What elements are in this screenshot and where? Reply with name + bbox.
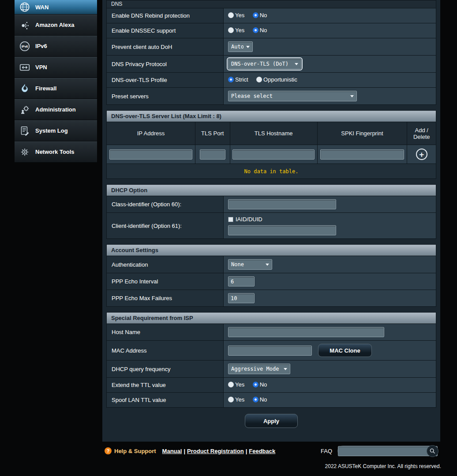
col-tls-port: TLS Port <box>195 122 230 145</box>
table-row: Enable DNSSEC support Yes No <box>107 23 436 38</box>
sidebar-item-system-log[interactable]: System Log <box>15 120 97 141</box>
mac-address-input[interactable] <box>228 346 312 356</box>
table-row: Prevent client auto DoH Auto <box>107 38 436 56</box>
ttl-no-radio[interactable] <box>253 382 258 387</box>
help-support-link[interactable]: ? Help & Support <box>105 447 156 454</box>
rebind-yes-option[interactable]: Yes <box>228 12 244 19</box>
table-row: Authentication None <box>107 256 436 273</box>
search-icon <box>429 448 436 454</box>
rebind-no-radio[interactable] <box>253 12 258 18</box>
sidebar-item-ipv6[interactable]: IPv6 IPv6 <box>15 36 97 57</box>
account-settings-title: Account Settings <box>107 245 436 256</box>
table-row: MAC Address MAC Clone <box>107 341 436 361</box>
mac-clone-button[interactable]: MAC Clone <box>318 344 372 357</box>
class-identifier-input[interactable] <box>228 199 336 209</box>
client-identifier-input[interactable] <box>228 225 336 235</box>
no-data-message: No data in table. <box>107 164 436 179</box>
main-content-panel: DNS Enable DNS Rebind protection Yes No … <box>102 0 440 442</box>
sidebar-item-label: Firewall <box>35 85 56 92</box>
sidebar: WAN Amazon Alexa IPv6 IPv6 <box>15 0 97 163</box>
network-tools-gear-icon <box>18 145 31 159</box>
help-support-label: Help & Support <box>114 448 156 454</box>
yes-label: Yes <box>235 396 244 403</box>
spoof-yes-radio[interactable] <box>228 397 234 402</box>
yes-label: Yes <box>235 12 244 19</box>
sidebar-item-network-tools[interactable]: Network Tools <box>15 141 97 163</box>
help-question-icon: ? <box>105 447 112 454</box>
manual-link[interactable]: Manual <box>162 448 182 454</box>
yes-label: Yes <box>235 381 244 388</box>
sidebar-item-label: WAN <box>35 4 49 11</box>
table-row: PPP Echo Interval <box>107 273 436 290</box>
host-name-label: Host Name <box>107 324 224 341</box>
ipv6-icon: IPv6 <box>18 40 31 53</box>
feedback-link[interactable]: Feedback <box>249 448 275 454</box>
col-spki-fingerprint: SPKI Fingerprint <box>317 122 407 145</box>
sidebar-item-label: Amazon Alexa <box>35 22 74 28</box>
authentication-label: Authentication <box>107 256 224 273</box>
add-server-button[interactable]: + <box>416 149 427 160</box>
sidebar-item-administration[interactable]: Administration <box>15 99 97 120</box>
ppp-echo-max-failures-input[interactable] <box>228 293 255 303</box>
product-registration-link[interactable]: Product Registration <box>187 448 244 454</box>
profile-strict-radio[interactable] <box>228 77 234 82</box>
sidebar-item-amazon-alexa[interactable]: Amazon Alexa <box>15 15 97 36</box>
authentication-select[interactable]: None <box>228 259 272 270</box>
dot-port-input[interactable] <box>200 149 225 160</box>
dhcp-query-frequency-select[interactable]: Aggressive Mode <box>228 364 290 374</box>
dns-privacy-select-wrap: DNS-over-TLS (DoT) <box>228 59 301 69</box>
dnssec-yes-radio[interactable] <box>228 27 234 33</box>
dns-privacy-select[interactable]: DNS-over-TLS (DoT) <box>228 59 301 69</box>
table-row: Client-identifier (Option 61): IAID/DUID <box>107 213 436 239</box>
dhcp-query-select-wrap: Aggressive Mode <box>228 364 290 374</box>
host-name-input[interactable] <box>228 327 384 337</box>
sidebar-item-wan[interactable]: WAN <box>15 0 97 15</box>
ttl-no-option[interactable]: No <box>253 381 267 388</box>
sidebar-item-vpn[interactable]: VPN <box>15 57 97 78</box>
dot-server-list-title: DNS-over-TLS Server List (Max Limit : 8) <box>107 111 436 122</box>
profile-strict-option[interactable]: Strict <box>228 76 248 83</box>
spoof-no-radio[interactable] <box>253 397 258 402</box>
footer: ? Help & Support Manual|Product Registra… <box>102 443 440 458</box>
firewall-flame-icon <box>18 82 31 95</box>
table-header-row: IP Address TLS Port TLS Hostname SPKI Fi… <box>107 122 436 145</box>
ttl-yes-option[interactable]: Yes <box>228 381 244 388</box>
dnssec-no-option[interactable]: No <box>253 27 267 33</box>
profile-opportunistic-radio[interactable] <box>256 77 262 82</box>
table-row: Spoof LAN TTL value Yes No <box>107 393 436 408</box>
ppp-echo-interval-label: PPP Echo Interval <box>107 273 224 290</box>
col-ip-address: IP Address <box>107 122 195 145</box>
extend-ttl-label: Extend the TTL value <box>107 378 224 393</box>
preset-servers-select[interactable]: Please select <box>228 91 357 101</box>
ttl-yes-radio[interactable] <box>228 382 234 387</box>
iaid-duid-option[interactable]: IAID/DUID <box>228 216 262 223</box>
table-row: Preset servers Please select <box>107 88 436 105</box>
rebind-no-option[interactable]: No <box>253 12 267 19</box>
search-button[interactable] <box>427 445 438 457</box>
dnssec-yes-option[interactable]: Yes <box>228 27 244 33</box>
dot-hostname-input[interactable] <box>232 149 315 160</box>
dot-spki-input[interactable] <box>320 149 404 160</box>
special-isp-title: Special Requirement from ISP <box>107 312 436 324</box>
iaid-duid-checkbox[interactable] <box>228 217 233 222</box>
doh-select[interactable]: Auto <box>228 41 253 52</box>
spoof-yes-option[interactable]: Yes <box>228 396 244 403</box>
vpn-icon <box>18 61 31 74</box>
ppp-echo-interval-input[interactable] <box>228 276 255 286</box>
spoof-no-option[interactable]: No <box>253 396 267 403</box>
link-separator: | <box>246 448 247 454</box>
empty-table-row: No data in table. <box>107 164 436 179</box>
profile-opportunistic-option[interactable]: Opportunistic <box>256 76 297 83</box>
no-label: No <box>260 381 267 388</box>
faq-search-input[interactable] <box>338 446 438 456</box>
client-identifier-label: Client-identifier (Option 61): <box>107 213 224 239</box>
rebind-yes-radio[interactable] <box>228 12 234 18</box>
dnssec-no-radio[interactable] <box>253 27 258 33</box>
dns-rebind-label: Enable DNS Rebind protection <box>107 8 224 23</box>
dot-ip-input[interactable] <box>109 149 192 160</box>
class-identifier-label: Class-identifier (Option 60): <box>107 196 224 213</box>
sidebar-item-firewall[interactable]: Firewall <box>15 78 97 99</box>
special-isp-table: Special Requirement from ISP Host Name M… <box>106 312 436 408</box>
apply-button[interactable]: Apply <box>245 414 298 428</box>
table-row: PPP Echo Max Failures <box>107 290 436 307</box>
